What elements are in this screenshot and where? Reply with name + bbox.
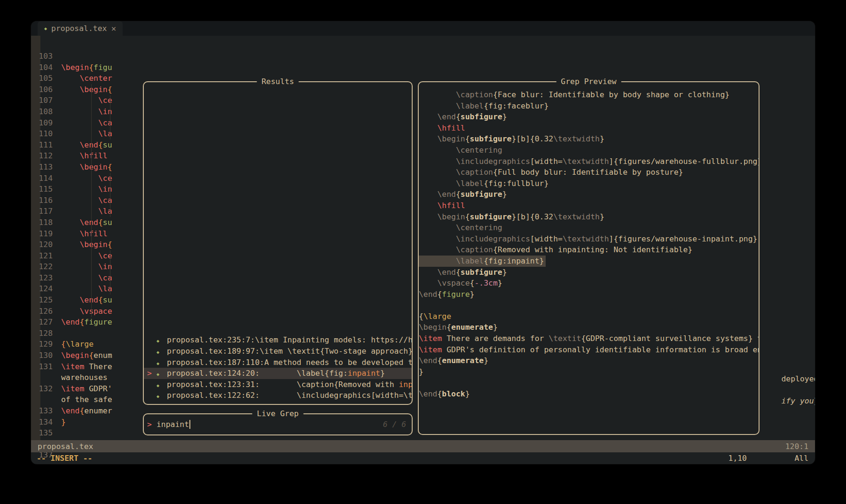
- code-token: \end: [419, 356, 437, 365]
- code-token: {: [98, 218, 103, 227]
- background-editor-text: ify you}''; one: [763, 384, 815, 395]
- editor-line[interactable]: 104\begin{figure}: [31, 62, 815, 73]
- line-number: 122: [31, 261, 55, 272]
- code-token: \label: [419, 101, 484, 110]
- line-code: \begin{: [61, 239, 113, 250]
- line-code: \begin{figure}: [61, 62, 113, 73]
- code-token: \begin: [61, 63, 89, 72]
- live-grep-input[interactable]: > inpaint 6 / 6: [144, 414, 412, 434]
- code-token: proposal.tex:235:7:\item Inpainting mode…: [167, 335, 412, 344]
- line-number: 128: [31, 328, 55, 339]
- code-token: \caption: [419, 168, 493, 177]
- code-token: [61, 74, 79, 83]
- preview-line: }: [419, 366, 759, 378]
- code-token: [61, 140, 79, 149]
- line-code: \in: [61, 261, 113, 272]
- line-code: \hfill: [61, 228, 113, 240]
- code-token: }: [502, 268, 507, 277]
- line-code: \ca: [61, 195, 113, 206]
- code-token: \begin: [79, 85, 107, 94]
- tex-file-icon: ◆: [157, 357, 167, 368]
- result-row[interactable]: >◆proposal.tex:124:20: \label{fig:inpain…: [144, 368, 412, 379]
- code-token: \large: [423, 312, 451, 321]
- line-number: 124: [31, 283, 55, 295]
- preview-line: \vspace{-.3cm}: [419, 278, 759, 289]
- code-token: proposal.tex:122:62: \includegraphics[wi…: [167, 391, 412, 400]
- grep-preview-window: Grep Preview \caption{Face blur: Identif…: [418, 81, 760, 435]
- line-number: 120: [31, 239, 55, 250]
- code-token: }: [498, 279, 502, 287]
- preview-line: \end{subfigure}: [419, 267, 759, 278]
- line-number: 111: [31, 140, 55, 151]
- result-row[interactable]: ◆proposal.tex:123:31: \caption{Removed w…: [144, 379, 412, 390]
- mode-indicator: -- INSERT --: [37, 454, 92, 463]
- preview-line: \caption{Face blur: Identifiable by body…: [419, 89, 759, 101]
- tex-file-icon: ◆: [157, 379, 167, 390]
- code-token: [61, 185, 98, 194]
- code-token: {: [79, 406, 84, 415]
- result-row[interactable]: ◆proposal.tex:187:110:A method needs to …: [144, 357, 412, 368]
- result-row[interactable]: ◆proposal.tex:235:7:\item Inpainting mod…: [144, 334, 412, 346]
- code-token: \begin: [419, 323, 446, 332]
- code-token: {: [446, 323, 451, 332]
- preview-line: \item GDPR's definition of personally id…: [419, 344, 759, 356]
- result-text: proposal.tex:123:31: \caption{Removed wi…: [167, 379, 412, 390]
- code-token: }[b]{0.32: [511, 212, 553, 221]
- code-token: -.3cm: [474, 279, 497, 287]
- indent-guide: [110, 173, 110, 217]
- line-code: \begin{: [61, 162, 113, 173]
- code-token: }: [600, 212, 604, 221]
- search-query[interactable]: inpaint: [157, 420, 189, 429]
- tab-bar: ◆ proposal.tex ×: [31, 21, 815, 36]
- code-token: {: [98, 295, 103, 304]
- line-code: {\large: [61, 339, 113, 350]
- live-grep-window: Live Grep > inpaint 6 / 6: [143, 413, 413, 435]
- preview-line: \begin{enumerate}: [419, 322, 759, 333]
- ruler: 1,10: [728, 454, 747, 463]
- code-token: {Removed with inpainting: Not identifiab…: [493, 245, 692, 254]
- code-token: \begin: [79, 163, 107, 171]
- code-token: \end: [79, 218, 98, 227]
- preview-line: \end{figure}: [419, 289, 759, 300]
- preview-line: \caption{Removed with inpainting: Not id…: [419, 244, 759, 256]
- line-code: \end{su: [61, 140, 113, 151]
- line-code: \vspace: [61, 306, 113, 317]
- tab-proposal-tex[interactable]: ◆ proposal.tex ×: [38, 21, 123, 36]
- line-number: 112: [31, 150, 55, 162]
- line-number: 103: [31, 51, 55, 62]
- code-token: [61, 229, 79, 238]
- result-row[interactable]: ◆proposal.tex:189:97:\item \textit{Two-s…: [144, 346, 412, 357]
- text-cursor: [189, 420, 190, 429]
- code-token: block: [442, 389, 465, 398]
- code-token: [61, 196, 98, 205]
- code-token: \end: [419, 268, 456, 277]
- preview-line: \begin{subfigure}[b]{0.32\textwidth}: [419, 211, 759, 223]
- line-number: 131: [31, 361, 55, 372]
- line-number: 115: [31, 184, 55, 195]
- code-token: [61, 240, 79, 249]
- line-code: [61, 51, 113, 62]
- result-text: proposal.tex:122:62: \includegraphics[wi…: [167, 390, 412, 401]
- line-code: \center: [61, 73, 113, 84]
- results-window: Results ◆proposal.tex:235:7:\item Inpain…: [143, 81, 413, 405]
- result-text: proposal.tex:235:7:\item Inpainting mode…: [167, 334, 412, 346]
- line-number: 104: [31, 62, 55, 73]
- code-token: {: [79, 318, 84, 326]
- code-token: proposal.tex:124:20: \label{fig:: [167, 369, 348, 378]
- close-icon[interactable]: ×: [111, 23, 116, 33]
- code-token: {: [419, 312, 423, 321]
- line-code: \ce: [61, 173, 113, 184]
- preview-line: \hfill: [419, 123, 759, 134]
- line-number: 108: [31, 106, 55, 117]
- tex-file-icon: ◆: [157, 390, 167, 401]
- line-code: \in: [61, 106, 113, 117]
- code-token: {: [437, 290, 442, 299]
- result-row[interactable]: ◆proposal.tex:122:62: \includegraphics[w…: [144, 390, 412, 401]
- editor-line[interactable]: 103: [31, 51, 815, 62]
- line-number: 133: [31, 405, 55, 417]
- preview-line: {\large: [419, 311, 759, 322]
- code-token: figure: [94, 63, 113, 72]
- line-number: 109: [31, 117, 55, 129]
- code-token: \caption: [419, 245, 493, 254]
- indent-guide: [110, 250, 110, 295]
